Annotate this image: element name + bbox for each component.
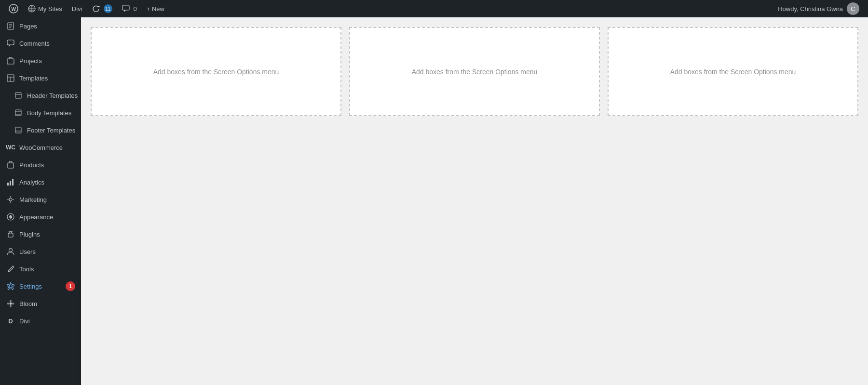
dashboard-box-1: Add boxes from the Screen Options menu bbox=[91, 27, 341, 116]
my-sites-label: My Sites bbox=[38, 5, 62, 13]
svg-text:W: W bbox=[12, 7, 16, 12]
sidebar-item-settings-label: Settings bbox=[19, 283, 42, 290]
my-sites-button[interactable]: My Sites bbox=[23, 0, 67, 17]
sidebar-item-footer-templates[interactable]: Footer Templates bbox=[0, 121, 81, 139]
sidebar-item-plugins[interactable]: Plugins bbox=[0, 226, 81, 243]
templates-icon bbox=[6, 73, 15, 83]
new-content-label: + New bbox=[147, 5, 164, 13]
svg-point-33 bbox=[9, 249, 13, 252]
sidebar-item-header-templates[interactable]: Header Templates bbox=[0, 87, 81, 104]
main-content: Add boxes from the Screen Options menu A… bbox=[81, 17, 868, 385]
sidebar-item-divi[interactable]: D Divi bbox=[0, 312, 81, 330]
sidebar-item-analytics-label: Analytics bbox=[19, 179, 44, 186]
sidebar-item-products-label: Products bbox=[19, 161, 44, 169]
svg-point-34 bbox=[8, 271, 9, 272]
sidebar-item-tools-label: Tools bbox=[19, 266, 34, 273]
sidebar-item-products[interactable]: Products bbox=[0, 156, 81, 173]
svg-rect-23 bbox=[7, 183, 9, 186]
sidebar-item-analytics[interactable]: Analytics bbox=[0, 173, 81, 191]
main-layout: Pages Comments Projects Templates Header bbox=[0, 17, 868, 385]
sidebar-item-templates[interactable]: Templates bbox=[0, 69, 81, 87]
sidebar-item-marketing-label: Marketing bbox=[19, 196, 47, 203]
svg-rect-20 bbox=[15, 127, 21, 133]
plugins-icon bbox=[6, 229, 15, 239]
sidebar-item-woocommerce[interactable]: WC WooCommerce bbox=[0, 139, 81, 156]
svg-rect-25 bbox=[12, 179, 14, 186]
howdy-text: Howdy, Christina Gwira bbox=[778, 5, 843, 13]
sidebar-item-pages-label: Pages bbox=[19, 23, 37, 30]
svg-rect-28 bbox=[8, 233, 13, 237]
updates-count: 11 bbox=[104, 4, 112, 13]
user-info: Howdy, Christina Gwira C bbox=[778, 2, 864, 15]
pages-icon bbox=[6, 21, 15, 31]
svg-point-26 bbox=[9, 198, 12, 201]
wordpress-icon: W bbox=[9, 4, 18, 13]
dashboard-box-2: Add boxes from the Screen Options menu bbox=[349, 27, 600, 116]
projects-icon bbox=[6, 56, 15, 66]
sidebar-item-users[interactable]: Users bbox=[0, 243, 81, 260]
sidebar-item-header-templates-label: Header Templates bbox=[27, 92, 78, 99]
settings-badge: 1 bbox=[66, 281, 75, 291]
updates-button[interactable]: 11 bbox=[87, 0, 117, 17]
sidebar-item-tools[interactable]: Tools bbox=[0, 260, 81, 278]
footer-templates-icon bbox=[14, 125, 23, 135]
tools-icon bbox=[6, 264, 15, 274]
admin-menu: Pages Comments Projects Templates Header bbox=[0, 17, 81, 385]
sidebar-item-projects-label: Projects bbox=[19, 57, 42, 65]
sidebar-item-comments-label: Comments bbox=[19, 40, 50, 47]
svg-point-36 bbox=[10, 303, 12, 305]
products-icon bbox=[6, 160, 15, 170]
svg-rect-10 bbox=[7, 40, 14, 45]
divi-adminbar-button[interactable]: Divi bbox=[67, 0, 87, 17]
svg-point-35 bbox=[9, 285, 12, 288]
svg-point-39 bbox=[7, 303, 10, 305]
divi-adminbar-label: Divi bbox=[72, 5, 82, 13]
comments-button[interactable]: 0 bbox=[117, 0, 142, 17]
svg-rect-15 bbox=[15, 93, 21, 98]
bloom-icon bbox=[6, 299, 15, 308]
sidebar-item-pages[interactable]: Pages bbox=[0, 17, 81, 35]
divi-icon: D bbox=[6, 316, 15, 326]
sidebar-item-bloom[interactable]: Bloom bbox=[0, 295, 81, 312]
sidebar-item-settings[interactable]: Settings 1 General 2 Writing Reading Dis… bbox=[0, 278, 81, 295]
svg-point-40 bbox=[12, 303, 14, 305]
dashboard-box-1-text: Add boxes from the Screen Options menu bbox=[153, 68, 279, 76]
dashboard-box-3-text: Add boxes from the Screen Options menu bbox=[670, 68, 796, 76]
sidebar-item-plugins-label: Plugins bbox=[19, 231, 40, 238]
dashboard-box-3: Add boxes from the Screen Options menu bbox=[608, 27, 858, 116]
sidebar-item-bloom-label: Bloom bbox=[19, 300, 37, 307]
appearance-icon bbox=[6, 212, 15, 222]
new-content-button[interactable]: + New bbox=[142, 0, 169, 17]
svg-rect-5 bbox=[122, 5, 129, 10]
woocommerce-icon: WC bbox=[6, 143, 15, 152]
svg-rect-11 bbox=[7, 59, 14, 64]
comments-icon bbox=[122, 5, 130, 13]
sidebar-item-body-templates-label: Body Templates bbox=[27, 109, 71, 117]
sidebar-item-comments[interactable]: Comments bbox=[0, 35, 81, 52]
sidebar-item-appearance-label: Appearance bbox=[19, 213, 53, 221]
sidebar-item-users-label: Users bbox=[19, 248, 36, 255]
dashboard-box-2-text: Add boxes from the Screen Options menu bbox=[412, 68, 538, 76]
header-templates-icon bbox=[14, 91, 23, 100]
sidebar-item-body-templates[interactable]: Body Templates bbox=[0, 104, 81, 121]
svg-rect-22 bbox=[8, 163, 14, 168]
wp-logo[interactable]: W bbox=[4, 0, 23, 17]
sidebar-item-templates-label: Templates bbox=[19, 75, 48, 82]
sidebar-item-divi-label: Divi bbox=[19, 318, 30, 325]
my-sites-icon bbox=[28, 5, 36, 13]
avatar: C bbox=[847, 2, 859, 15]
updates-icon bbox=[92, 5, 100, 13]
sidebar-item-appearance[interactable]: Appearance bbox=[0, 208, 81, 226]
dashboard-grid: Add boxes from the Screen Options menu A… bbox=[91, 27, 858, 116]
body-templates-icon bbox=[14, 108, 23, 118]
marketing-icon bbox=[6, 195, 15, 204]
sidebar-item-marketing[interactable]: Marketing bbox=[0, 191, 81, 208]
sidebar-item-footer-templates-label: Footer Templates bbox=[27, 127, 75, 134]
sidebar-item-projects[interactable]: Projects bbox=[0, 52, 81, 69]
svg-point-37 bbox=[10, 300, 12, 303]
admin-bar: W My Sites Divi 11 0 + New Howdy, Christ… bbox=[0, 0, 868, 17]
sidebar-item-woocommerce-label: WooCommerce bbox=[19, 144, 63, 151]
svg-rect-24 bbox=[10, 181, 11, 186]
comments-menu-icon bbox=[6, 39, 15, 48]
svg-point-38 bbox=[10, 305, 12, 307]
